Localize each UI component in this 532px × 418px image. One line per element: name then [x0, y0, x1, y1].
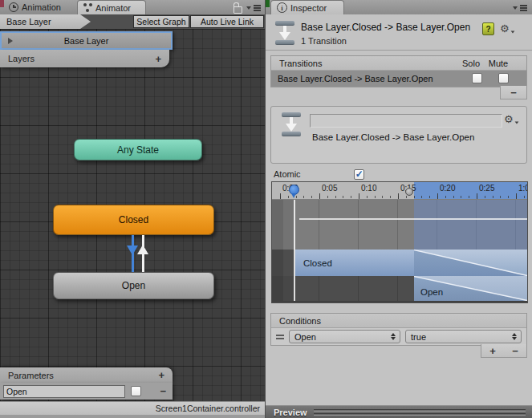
clip-bar-open[interactable]: Open: [414, 276, 527, 301]
playhead-line: [294, 200, 295, 301]
timeline-bottom-edge: [272, 301, 527, 303]
layers-panel-header: Layers +: [0, 50, 169, 67]
ruler-tick-label: 0:10: [361, 184, 376, 193]
parameters-header-label: Parameters: [8, 371, 54, 380]
tab-animator[interactable]: Animator: [77, 0, 146, 14]
preview-bar[interactable]: Preview: [266, 405, 532, 418]
state-node-any-state[interactable]: Any State: [74, 139, 202, 160]
transition-arrowhead-down: [127, 246, 138, 255]
clip-bar-closed[interactable]: Closed: [295, 250, 414, 276]
transition-name-field[interactable]: [310, 114, 502, 128]
ruler-tick-label: 0:05: [322, 184, 337, 193]
ruler-tick-label: 0:20: [440, 184, 455, 193]
preview-drag-grip: [314, 409, 526, 416]
transition-icon: [275, 21, 294, 45]
condition-parameter-dropdown[interactable]: Open: [289, 330, 400, 343]
dropdown-arrows-icon: [391, 333, 396, 340]
transition-title: Base Layer.Closed -> Base Layer.Open: [301, 22, 470, 33]
parameter-row: −: [0, 383, 173, 400]
breadcrumb[interactable]: Base Layer: [0, 14, 91, 29]
ruler-tick-label: 1:00: [518, 184, 527, 193]
tab-animation[interactable]: Animation: [3, 0, 67, 14]
state-node-open[interactable]: Open: [53, 272, 214, 299]
controller-path-label: Screen1Container.controller: [156, 404, 260, 413]
preview-label: Preview: [274, 408, 307, 417]
gear-icon: ⚙: [500, 23, 510, 34]
caret-down-icon: [510, 30, 514, 33]
clock-icon: [9, 2, 18, 12]
settings-menu[interactable]: ⚙: [500, 23, 515, 34]
conditions-add-remove-buttons: + −: [481, 344, 527, 358]
tab-animator-label: Animator: [95, 3, 131, 13]
transition-count: 1 Transition: [301, 36, 347, 46]
add-condition-button[interactable]: +: [489, 346, 496, 356]
state-node-closed[interactable]: Closed: [53, 205, 214, 235]
breadcrumb-label: Base Layer: [6, 17, 51, 26]
lock-icon[interactable]: [234, 6, 242, 14]
animator-tabbar: Animation Animator: [0, 0, 265, 15]
mute-checkbox[interactable]: [498, 73, 509, 83]
transitions-section: Transitions Solo Mute Base Layer.Closed …: [270, 55, 527, 87]
inspector-tabbar: i Inspector: [266, 0, 532, 15]
inspector-header: Base Layer.Closed -> Base Layer.Open 1 T…: [266, 14, 532, 51]
menu-icon: [254, 5, 261, 11]
condition-value-dropdown[interactable]: true: [405, 330, 522, 343]
atomic-row: Atomic: [274, 168, 527, 181]
timeline-ruler[interactable]: 0:00 0:05 0:10 0:15 0:20 0:25 1:00: [272, 182, 527, 200]
condition-parameter-value: Open: [294, 332, 316, 342]
transitions-header: Transitions Solo Mute: [271, 56, 526, 71]
transition-region-overlay: [414, 200, 527, 250]
add-layer-button[interactable]: +: [155, 54, 161, 64]
transition-start-marker[interactable]: [405, 188, 413, 196]
closed-track-background: [272, 250, 295, 276]
inspector-pane: i Inspector Base Layer.Closed -> Base La…: [265, 0, 532, 418]
select-graph-button[interactable]: Select Graph: [133, 15, 189, 28]
conditions-section: Conditions Open true: [270, 313, 527, 346]
parameter-name-field[interactable]: [3, 385, 125, 398]
controller-status-bar: Screen1Container.controller: [0, 401, 265, 415]
node-label: Any State: [117, 144, 159, 156]
state-machine-icon: [83, 3, 92, 12]
caret-down-icon: [513, 6, 518, 10]
mute-column-label: Mute: [485, 59, 512, 68]
auto-live-link-button[interactable]: Auto Live Link: [190, 15, 264, 28]
play-triangle-icon: [8, 38, 13, 44]
timeline-body[interactable]: Closed: [272, 200, 527, 303]
ruler-minor-ticks: [280, 196, 527, 198]
state-machine-graph[interactable]: Base Layer Layers + Any State Closed Ope…: [0, 29, 265, 401]
layer-item-base-layer[interactable]: Base Layer: [0, 31, 173, 50]
info-icon: i: [277, 2, 287, 13]
remove-transition-button[interactable]: −: [500, 86, 527, 99]
playhead-tip: [291, 193, 296, 198]
transition-timeline: 0:00 0:05 0:10 0:15 0:20 0:25 1:00: [271, 181, 528, 303]
tab-inspector-label: Inspector: [290, 3, 327, 13]
auto-live-link-label: Auto Live Link: [201, 17, 254, 26]
animator-toolbar: Base Layer Select Graph Auto Live Link: [0, 14, 265, 29]
fade-out-wedge: [414, 250, 527, 276]
solo-checkbox[interactable]: [472, 73, 482, 83]
dock-indicator-green: [266, 0, 270, 7]
atomic-checkbox[interactable]: [354, 169, 364, 180]
help-icon[interactable]: ?: [482, 22, 494, 35]
node-label: Open: [122, 280, 145, 291]
remove-parameter-button[interactable]: −: [160, 386, 166, 396]
conditions-header-label: Conditions: [279, 316, 321, 326]
transition-settings-menu[interactable]: ⚙: [504, 114, 519, 124]
ruler-tick-label: 0:25: [479, 184, 494, 193]
clip-closed-fade-out[interactable]: [414, 250, 527, 276]
transition-row-label: Base Layer.Closed -> Base Layer.Open: [278, 74, 433, 83]
parameter-value-checkbox[interactable]: [131, 386, 141, 396]
tab-inspector[interactable]: i Inspector: [270, 0, 344, 14]
transition-list-row[interactable]: Base Layer.Closed -> Base Layer.Open: [271, 71, 526, 87]
add-parameter-button[interactable]: +: [158, 370, 164, 380]
condition-row: Open true: [271, 328, 526, 345]
clip-label: Closed: [303, 258, 332, 268]
animator-pane-menu[interactable]: [246, 5, 261, 11]
remove-condition-button[interactable]: −: [512, 346, 518, 356]
transition-detail-label: Base Layer.Closed -> Base Layer.Open: [312, 132, 474, 142]
dropdown-arrows-icon: [512, 333, 517, 340]
animator-pane: Animation Animator Base Layer Select Gra…: [0, 0, 265, 418]
node-label: Closed: [119, 214, 148, 225]
inspector-pane-menu[interactable]: [513, 5, 527, 11]
drag-handle-icon[interactable]: [276, 335, 284, 339]
